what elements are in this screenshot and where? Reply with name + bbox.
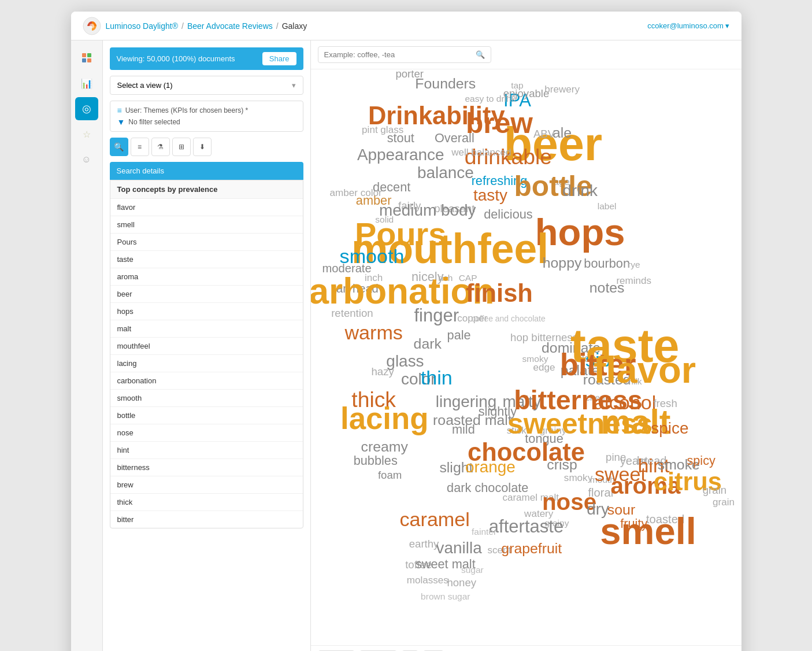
star-icon: ☆ [83, 129, 91, 140]
toolbar-filter-button[interactable]: ⚗ [151, 138, 170, 156]
word-cloud-word[interactable]: pale [447, 328, 470, 342]
word-cloud-word[interactable]: roasted malt [433, 412, 512, 428]
word-cloud-word[interactable]: coffee and chocolate [471, 314, 546, 323]
word-cloud-word[interactable]: aftertaste [488, 516, 563, 537]
concept-item[interactable]: Pours [110, 234, 303, 251]
word-cloud-word[interactable]: brewery [544, 84, 580, 95]
word-cloud-word[interactable]: brown sugar [421, 591, 470, 601]
word-cloud-word[interactable]: smoky [563, 472, 592, 483]
concept-items: flavorsmellPourstastearomabeerhopsmaltmo… [110, 199, 303, 528]
word-cloud-word[interactable]: flavor [593, 349, 695, 391]
word-cloud-word[interactable]: hops [535, 211, 625, 253]
word-cloud-word[interactable]: warms [344, 321, 402, 343]
word-cloud-word[interactable]: Overall [434, 131, 474, 145]
concept-item[interactable]: taste [110, 251, 303, 268]
word-cloud-word[interactable]: Founders [415, 76, 476, 91]
sidebar-item-face[interactable]: ☺ [75, 148, 98, 171]
toolbar-download-button[interactable]: ⬇ [193, 138, 212, 156]
word-cloud-word[interactable]: retention [331, 307, 373, 319]
concept-item[interactable]: bitterness [110, 459, 303, 476]
word-cloud-word[interactable]: caramel [399, 508, 469, 530]
word-cloud-word[interactable]: bubbles [353, 453, 397, 468]
word-cloud-word[interactable]: grapefruit [501, 541, 562, 556]
word-cloud-word[interactable]: crisp [547, 457, 577, 472]
word-cloud-word[interactable]: edge [533, 362, 555, 373]
concept-item[interactable]: carbonation [110, 372, 303, 390]
word-cloud-word[interactable]: earthy [409, 538, 439, 550]
word-cloud-word[interactable]: molasses [406, 575, 448, 586]
concept-item[interactable]: smell [110, 216, 303, 234]
word-cloud-word[interactable]: creamy [361, 439, 408, 454]
concept-item[interactable]: flavor [110, 199, 303, 216]
word-cloud-word[interactable]: finger [414, 305, 459, 326]
word-cloud-word[interactable]: spicy [687, 453, 715, 468]
word-cloud-svg: beerbrewDrinkabilityIPAFoundersportertap… [311, 69, 741, 645]
word-cloud-word[interactable]: easy to drink [465, 94, 516, 103]
share-button[interactable]: Share [262, 52, 296, 65]
sidebar-item-grid[interactable] [75, 46, 98, 69]
concept-item[interactable]: brew [110, 476, 303, 494]
select-view-dropdown[interactable]: Select a view (1) ▾ [110, 76, 303, 95]
concept-item[interactable]: malt [110, 320, 303, 338]
word-cloud-word[interactable]: rye [627, 260, 640, 269]
concept-item[interactable]: hops [110, 303, 303, 320]
search-input[interactable] [324, 50, 471, 59]
concept-item[interactable]: aroma [110, 268, 303, 286]
word-cloud-word[interactable]: tasty [473, 186, 507, 204]
word-cloud-word[interactable]: pint glass [362, 124, 403, 135]
toolbar-table-button[interactable]: ⊞ [172, 138, 191, 156]
word-cloud-word[interactable]: honey [447, 576, 476, 589]
word-cloud-word[interactable]: label [597, 201, 616, 211]
search-input-wrap[interactable]: 🔍 [318, 46, 491, 63]
word-cloud-word[interactable]: spice [651, 419, 688, 437]
word-cloud-word[interactable]: bourbon [584, 256, 630, 271]
grid-icon [82, 53, 91, 62]
concept-item[interactable]: bottle [110, 407, 303, 424]
word-cloud-word[interactable]: thin [420, 367, 452, 389]
sidebar-item-star[interactable]: ☆ [75, 123, 98, 146]
word-cloud-word[interactable]: well balanced [451, 147, 511, 158]
concept-item[interactable]: hint [110, 442, 303, 459]
toolbar-search-button[interactable]: 🔍 [110, 138, 128, 156]
word-cloud-word[interactable]: ABV [533, 128, 555, 140]
word-cloud-word[interactable]: dark [413, 336, 442, 352]
sidebar-item-chart[interactable]: 📊 [75, 72, 98, 95]
search-submit-icon[interactable]: 🔍 [476, 50, 485, 59]
word-cloud-word[interactable]: orange [465, 458, 515, 476]
concept-item[interactable]: smooth [110, 390, 303, 407]
word-cloud-word[interactable]: fainter [471, 527, 496, 537]
right-panel: 🔍 beerbrewDrinkabilityIPAFoundersportert… [311, 40, 741, 651]
sidebar-item-galaxy[interactable]: ◎ [75, 97, 98, 120]
word-cloud-word[interactable]: drink [562, 182, 598, 199]
word-cloud-word[interactable]: vanilla [436, 539, 482, 557]
concept-item[interactable]: nose [110, 424, 303, 442]
concept-item[interactable]: beer [110, 286, 303, 303]
word-cloud-word[interactable]: finish [466, 279, 533, 307]
word-cloud-word[interactable]: grain [712, 497, 734, 508]
word-cloud-word[interactable]: hoppy [542, 255, 581, 271]
word-cloud-word[interactable]: balance [417, 164, 473, 182]
concept-item[interactable]: thick [110, 494, 303, 511]
word-cloud-word[interactable]: amber color [329, 187, 381, 198]
word-cloud-word[interactable]: lacing [340, 401, 428, 435]
user-menu[interactable]: ccoker@luminoso.com ▾ [647, 21, 729, 30]
toolbar-list-button[interactable]: ≡ [131, 138, 149, 156]
word-cloud-word[interactable]: Appearance [357, 146, 444, 164]
concept-item[interactable]: bitter [110, 511, 303, 528]
word-cloud-word[interactable]: hazy [371, 365, 394, 378]
list-icon: ≡ [138, 143, 142, 151]
word-cloud-word[interactable]: sweet malt [415, 557, 475, 571]
word-cloud-word[interactable]: delicious [484, 207, 533, 221]
word-cloud-word[interactable]: grain [702, 484, 726, 496]
breadcrumb-home[interactable]: Luminoso Daylight® [106, 21, 179, 31]
word-cloud-word[interactable]: ale [553, 125, 572, 140]
user-email: ccoker@luminoso.com [647, 21, 724, 30]
concept-item[interactable]: mouthfeel [110, 338, 303, 355]
word-cloud-word[interactable]: smell [600, 510, 696, 552]
breadcrumb-project[interactable]: Beer Advocate Reviews [187, 21, 273, 31]
word-cloud-word[interactable]: porter [395, 69, 424, 80]
toolbar: 🔍 ≡ ⚗ ⊞ ⬇ [110, 138, 303, 156]
word-cloud-word[interactable]: reminds [616, 275, 651, 286]
concept-item[interactable]: lacing [110, 355, 303, 372]
word-cloud-word[interactable]: foam [377, 469, 401, 481]
